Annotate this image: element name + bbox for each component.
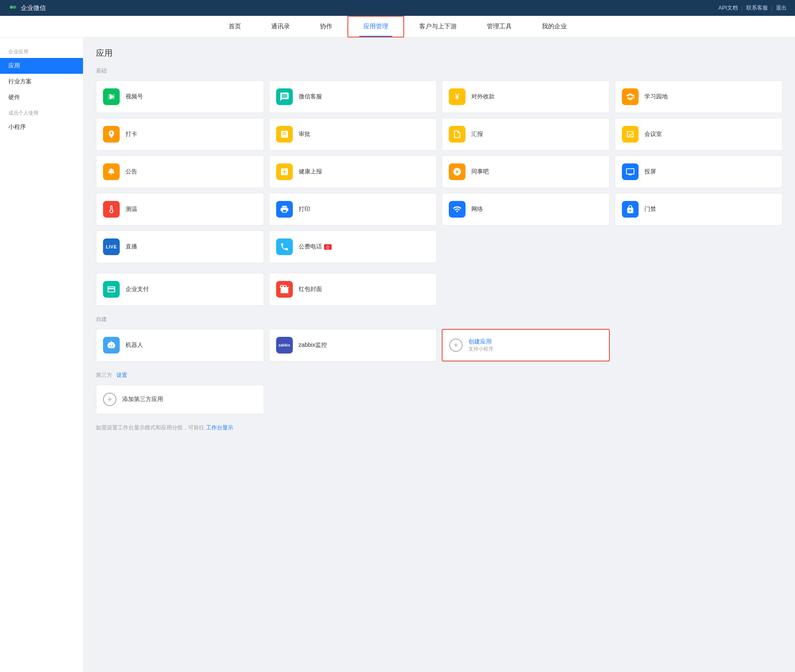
nav-customers[interactable]: 客户与上下游 bbox=[404, 16, 472, 38]
add-plus-icon: + bbox=[103, 393, 116, 406]
app-icon-approve bbox=[276, 126, 293, 143]
app-name-temperature: 测温 bbox=[126, 206, 137, 213]
app-card-live[interactable]: LIVE 直播 bbox=[96, 231, 264, 263]
app-card-red-packet[interactable]: 红包封面 bbox=[269, 273, 437, 306]
app-name-notice: 公告 bbox=[126, 168, 137, 176]
bottom-note-prefix: 如需设置工作台显示模式和应用分组，可前往 bbox=[96, 424, 204, 431]
create-app-label: 创建应用 bbox=[468, 338, 493, 346]
app-name-health: 健康上报 bbox=[299, 168, 322, 176]
logo-text: 企业微信 bbox=[21, 4, 46, 12]
app-name-meetingroom: 会议室 bbox=[644, 130, 662, 138]
add-thirdparty-label: 添加第三方应用 bbox=[122, 396, 163, 403]
app-card-robot[interactable]: 机器人 bbox=[96, 329, 264, 361]
sidebar-item-industry[interactable]: 行业方案 bbox=[0, 74, 83, 90]
content-area: 应用 基础 视频号 微信客服 ¥ bbox=[83, 38, 795, 672]
app-card-checkin[interactable]: 打卡 bbox=[96, 118, 264, 150]
app-icon-red-packet bbox=[276, 281, 293, 298]
app-icon-health bbox=[276, 163, 293, 180]
app-name-shipin: 视频号 bbox=[126, 93, 143, 100]
api-docs-link[interactable]: API文档 bbox=[718, 4, 738, 12]
navbar: 首页 通讯录 协作 应用管理 客户与上下游 管理工具 我的企业 bbox=[0, 16, 795, 38]
app-card-payment[interactable]: ¥ 对外收款 bbox=[442, 80, 610, 113]
logout-link[interactable]: 退出 bbox=[776, 4, 787, 12]
app-icon-temperature bbox=[103, 201, 120, 218]
nav-admin-tools[interactable]: 管理工具 bbox=[472, 16, 527, 38]
app-name-colleagues: 同事吧 bbox=[471, 168, 489, 176]
create-app-card[interactable]: + 创建应用 支持小程序 bbox=[442, 329, 610, 361]
svg-point-0 bbox=[10, 6, 13, 9]
app-name-door: 门禁 bbox=[644, 206, 656, 213]
app-name-checkin: 打卡 bbox=[126, 130, 137, 138]
nav-my-company[interactable]: 我的企业 bbox=[527, 16, 582, 38]
app-icon-meetingroom bbox=[622, 126, 639, 143]
app-name-robot: 机器人 bbox=[126, 341, 143, 349]
app-card-temperature[interactable]: 测温 bbox=[96, 193, 264, 226]
svg-point-1 bbox=[13, 6, 16, 9]
app-card-wechat-service[interactable]: 微信客服 bbox=[269, 80, 437, 113]
app-name-screen: 投屏 bbox=[644, 168, 656, 176]
add-thirdparty-card[interactable]: + 添加第三方应用 bbox=[96, 385, 264, 414]
app-card-door[interactable]: 门禁 bbox=[615, 193, 783, 226]
app-card-notice[interactable]: 公告 bbox=[96, 155, 264, 188]
selfbuilt-app-grid: 机器人 zabbix zabbix监控 + 创建应用 支持小程序 bbox=[96, 329, 782, 361]
app-name-phone: 公费电话 企 bbox=[299, 243, 332, 251]
app-card-colleagues[interactable]: 同事吧 bbox=[442, 155, 610, 188]
app-card-learning[interactable]: 学习园地 bbox=[615, 80, 783, 113]
nav-contacts[interactable]: 通讯录 bbox=[256, 16, 305, 38]
app-icon-door bbox=[622, 201, 639, 218]
app-name-print: 打印 bbox=[299, 206, 310, 213]
app-card-shipin[interactable]: 视频号 bbox=[96, 80, 264, 113]
sidebar: 企业应用 应用 行业方案 硬件 成员个人使用 小程序 bbox=[0, 38, 83, 672]
sidebar-personal-label: 成员个人使用 bbox=[0, 105, 83, 119]
main-layout: 企业应用 应用 行业方案 硬件 成员个人使用 小程序 应用 基础 视频号 bbox=[0, 38, 795, 672]
app-icon-network bbox=[449, 201, 465, 218]
create-app-text: 创建应用 支持小程序 bbox=[468, 338, 493, 353]
create-plus-icon: + bbox=[449, 339, 463, 352]
logo: 企业微信 bbox=[8, 3, 46, 13]
thirdparty-header: 第三方 设置 bbox=[96, 371, 782, 379]
thirdparty-settings-link[interactable]: 设置 bbox=[116, 371, 127, 379]
app-card-biz-pay[interactable]: 企业支付 bbox=[96, 273, 264, 306]
app-name-wechat-service: 微信客服 bbox=[299, 93, 322, 100]
selfbuilt-section: 自建 机器人 zabbix zabbix监控 + 创建应用 支持小程序 bbox=[96, 316, 782, 361]
app-icon-shipin bbox=[103, 88, 120, 105]
page-title: 应用 bbox=[96, 48, 782, 59]
app-name-learning: 学习园地 bbox=[644, 93, 668, 100]
app-card-approve[interactable]: 审批 bbox=[269, 118, 437, 150]
nav-collaborate[interactable]: 协作 bbox=[305, 16, 347, 38]
add-thirdparty-container: + 添加第三方应用 bbox=[96, 385, 782, 414]
sidebar-item-hardware[interactable]: 硬件 bbox=[0, 90, 83, 105]
app-name-payment: 对外收款 bbox=[471, 93, 495, 100]
app-icon-payment: ¥ bbox=[449, 88, 465, 105]
app-icon-robot bbox=[103, 337, 120, 354]
nav-home[interactable]: 首页 bbox=[214, 16, 256, 38]
app-icon-biz-pay bbox=[103, 281, 120, 298]
app-card-network[interactable]: 网络 bbox=[442, 193, 610, 226]
app-card-health[interactable]: 健康上报 bbox=[269, 155, 437, 188]
app-name-biz-pay: 企业支付 bbox=[126, 286, 149, 293]
app-icon-print bbox=[276, 201, 293, 218]
app-icon-phone bbox=[276, 238, 293, 255]
app-name-approve: 审批 bbox=[299, 130, 310, 138]
basic-section: 基础 视频号 微信客服 ¥ 对外收款 bbox=[96, 67, 782, 263]
app-icon-screen bbox=[622, 163, 639, 180]
payment-app-grid: 企业支付 红包封面 bbox=[96, 273, 782, 306]
app-icon-zabbix: zabbix bbox=[276, 337, 293, 354]
app-card-print[interactable]: 打印 bbox=[269, 193, 437, 226]
app-card-phone[interactable]: 公费电话 企 bbox=[269, 231, 437, 263]
app-name-live: 直播 bbox=[126, 243, 137, 251]
thirdparty-label: 第三方 bbox=[96, 371, 112, 379]
app-card-meetingroom[interactable]: 会议室 bbox=[615, 118, 783, 150]
app-card-screen[interactable]: 投屏 bbox=[615, 155, 783, 188]
nav-app-manage[interactable]: 应用管理 bbox=[347, 16, 404, 38]
sidebar-item-miniprogram[interactable]: 小程序 bbox=[0, 119, 83, 135]
sidebar-item-apps[interactable]: 应用 bbox=[0, 58, 83, 74]
workbench-display-link[interactable]: 工作台显示 bbox=[206, 424, 233, 431]
app-icon-wechat-service bbox=[276, 88, 293, 105]
selfbuilt-section-label: 自建 bbox=[96, 316, 782, 323]
app-card-zabbix[interactable]: zabbix zabbix监控 bbox=[269, 329, 437, 361]
app-icon-learning bbox=[622, 88, 639, 105]
create-app-sub: 支持小程序 bbox=[468, 346, 493, 353]
contact-support-link[interactable]: 联系客服 bbox=[746, 4, 768, 12]
app-card-report[interactable]: 汇报 bbox=[442, 118, 610, 150]
